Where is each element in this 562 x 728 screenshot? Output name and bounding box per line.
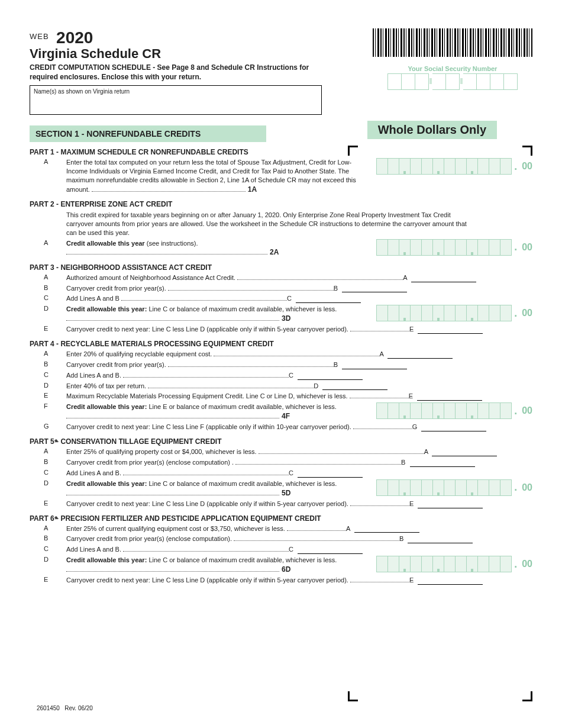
- write-in-part6-e[interactable]: [418, 578, 483, 585]
- part4-line-e: EMaximum Recyclable Materials Processing…: [30, 392, 532, 401]
- star-icon: *: [54, 437, 57, 447]
- form-title: Virginia Schedule CR: [30, 46, 373, 62]
- part5-line-c: CAdd Lines A and B. C: [30, 469, 532, 478]
- amount-2a[interactable]: .00: [376, 239, 532, 256]
- write-in-part3-c[interactable]: [296, 296, 361, 303]
- part5-line-a: AEnter 25% of qualifying property cost o…: [30, 447, 532, 456]
- write-in-part6-a[interactable]: [354, 526, 419, 533]
- part4-line-d: DEnter 40% of tax per return. D: [30, 382, 532, 391]
- write-in-part6-c[interactable]: [298, 547, 363, 554]
- write-in-part3-a[interactable]: [411, 275, 476, 282]
- form-page: WEB 2020 Virginia Schedule CR CREDIT COM…: [0, 0, 562, 728]
- ssn-section: Your Social Security Number: [373, 65, 532, 90]
- part6-line-a: AEnter 25% of current qualifying equipme…: [30, 524, 532, 533]
- amount-4f[interactable]: .00: [376, 402, 532, 419]
- write-in-part6-b[interactable]: [408, 536, 473, 543]
- part3-line-e: ECarryover credit to next year: Line C l…: [30, 325, 532, 334]
- write-in-part3-b[interactable]: [342, 285, 407, 292]
- tax-year: 2020: [56, 28, 93, 47]
- part5-line-b: BCarryover credit from prior year(s) (en…: [30, 458, 532, 467]
- star-icon: *: [54, 514, 57, 524]
- part4-header: PART 4 - RECYCLABLE MATERIALS PROCESSING…: [30, 340, 532, 348]
- part2-line-a: A Credit allowable this year (see instru…: [30, 239, 532, 257]
- part3-line-c: CAdd Lines A and B C: [30, 294, 532, 303]
- amount-3d[interactable]: .00: [376, 305, 532, 321]
- part4-line-c: CAdd Lines A and B. C: [30, 371, 532, 380]
- section1-header: SECTION 1 - NONREFUNDABLE CREDITS: [30, 125, 266, 142]
- write-in-part3-e[interactable]: [418, 327, 483, 334]
- write-in-part4-b[interactable]: [342, 362, 407, 369]
- write-in-part4-g[interactable]: [421, 424, 486, 431]
- part4-line-f: FCredit allowable this year: Line E or b…: [30, 402, 532, 421]
- part5-header: *PART 5 - CONSERVATION TILLAGE EQUIPMENT…: [30, 437, 532, 446]
- part2-header: PART 2 - ENTERPRISE ZONE ACT CREDIT: [30, 200, 532, 208]
- header: WEB 2020 Virginia Schedule CR CREDIT COM…: [30, 28, 532, 115]
- part3-header: PART 3 - NEIGHBORHOOD ASSISTANCE ACT CRE…: [30, 263, 532, 272]
- part6-line-e: ECarryover credit to next year: Line C l…: [30, 576, 532, 585]
- write-in-part5-a[interactable]: [432, 449, 497, 456]
- part3-line-d: DCredit allowable this year: Line C or b…: [30, 305, 532, 323]
- names-label: Name(s) as shown on Virginia return: [34, 88, 130, 95]
- write-in-part4-c[interactable]: [298, 373, 363, 380]
- crop-mark: [522, 146, 532, 156]
- crop-mark: [348, 691, 358, 701]
- names-input-box[interactable]: Name(s) as shown on Virginia return: [30, 85, 322, 115]
- form-subtitle: CREDIT COMPUTATION SCHEDULE - See Page 8…: [30, 63, 325, 82]
- write-in-part4-e[interactable]: [417, 394, 482, 401]
- part1-header: PART 1 - MAXIMUM SCHEDULE CR NONREFUNDAB…: [30, 148, 532, 156]
- part6-line-d: DCredit allowable this year: Line C or b…: [30, 556, 532, 574]
- write-in-part5-c[interactable]: [298, 471, 363, 478]
- ssn-label: Your Social Security Number: [373, 65, 532, 72]
- part6-line-b: BCarryover credit from prior year(s) (en…: [30, 534, 532, 543]
- revision: Rev. 06/20: [64, 705, 93, 711]
- crop-mark: [522, 691, 532, 701]
- part4-line-b: BCarryover credit from prior year(s). B: [30, 360, 532, 369]
- part3-line-a: AAuthorized amount of Neighborhood Assis…: [30, 273, 532, 282]
- part4-line-g: GCarryover credit to next year: Line C l…: [30, 423, 532, 431]
- part5-line-d: DCredit allowable this year: Line C or b…: [30, 479, 532, 498]
- amount-1a[interactable]: .00: [376, 158, 532, 175]
- barcode: [373, 28, 532, 57]
- part2-note: This credit expired for taxable years be…: [66, 211, 474, 237]
- web-label: WEB: [30, 32, 49, 41]
- write-in-part5-b[interactable]: [410, 460, 475, 467]
- whole-dollars-label: Whole Dollars Only: [367, 121, 497, 139]
- part3-line-b: BCarryover credit from prior year(s). B: [30, 284, 532, 293]
- write-in-part4-d[interactable]: [322, 383, 387, 390]
- part1-line-a: A Enter the total tax computed on your r…: [30, 158, 532, 194]
- form-number: 2601450: [37, 705, 60, 711]
- amount-5d[interactable]: .00: [376, 479, 532, 496]
- write-in-part5-e[interactable]: [418, 501, 483, 508]
- part6-header: *PART 6 - PRECISION FERTILIZER AND PESTI…: [30, 514, 532, 523]
- write-in-part4-a[interactable]: [387, 352, 453, 359]
- amount-6d[interactable]: .00: [376, 556, 532, 572]
- part6-line-c: CAdd Lines A and B. C: [30, 545, 532, 554]
- part4-line-a: AEnter 20% of qualifying recyclable equi…: [30, 350, 532, 359]
- ssn-input[interactable]: [373, 73, 532, 90]
- crop-mark: [348, 146, 358, 156]
- part5-line-e: ECarryover credit to next year: Line C l…: [30, 500, 532, 508]
- footer: 2601450 Rev. 06/20: [37, 705, 93, 711]
